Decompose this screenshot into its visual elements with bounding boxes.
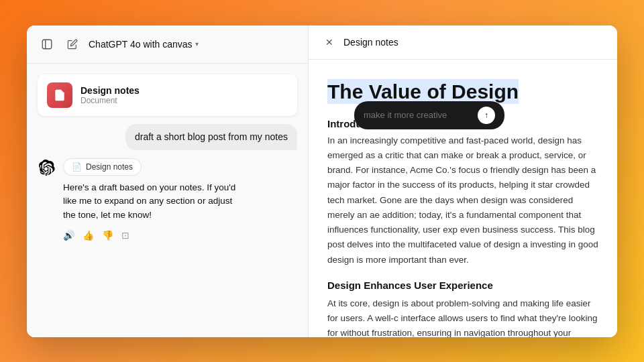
section1-heading: Design Enhances User Experience bbox=[327, 280, 598, 291]
doc-type: Document bbox=[80, 96, 140, 105]
ai-response-content: 📄 Design notes Here's a draft based on y… bbox=[63, 158, 244, 241]
doc-icon bbox=[47, 82, 72, 108]
section1-text: At its core, design is about problem-sol… bbox=[327, 296, 598, 337]
toolbar-input[interactable] bbox=[364, 110, 471, 120]
svg-rect-0 bbox=[42, 40, 52, 49]
blog-title-text: The Value of Design bbox=[327, 79, 519, 104]
doc-info: Design notes Document bbox=[80, 85, 140, 105]
chevron-down-icon: ▾ bbox=[195, 40, 199, 48]
model-label: ChatGPT 4o with canvas bbox=[89, 39, 193, 50]
chat-header: ChatGPT 4o with canvas ▾ bbox=[27, 25, 308, 64]
toolbar-send-button[interactable]: ↑ bbox=[478, 107, 495, 124]
chat-panel: ChatGPT 4o with canvas ▾ Design notes D bbox=[27, 25, 309, 337]
audio-icon[interactable]: 🔊 bbox=[63, 230, 74, 241]
ai-response-row: 📄 Design notes Here's a draft based on y… bbox=[38, 158, 297, 241]
ai-avatar bbox=[38, 158, 56, 177]
thumbs-down-icon[interactable]: 👎 bbox=[102, 230, 113, 241]
blog-title: The Value of Design bbox=[327, 78, 598, 105]
sidebar-toggle-button[interactable] bbox=[38, 35, 56, 54]
action-icons: 🔊 👍 👎 ⊡ bbox=[63, 230, 244, 241]
ref-doc-icon: 📄 bbox=[72, 162, 82, 172]
new-chat-button[interactable] bbox=[63, 35, 82, 54]
chat-content: Design notes Document draft a short blog… bbox=[27, 64, 308, 337]
model-selector[interactable]: ChatGPT 4o with canvas ▾ bbox=[89, 39, 199, 50]
canvas-content: ↑ The Value of Design Introduc In an inc… bbox=[309, 60, 617, 337]
canvas-panel: ✕ Design notes ↑ The Value of Design Int… bbox=[309, 25, 617, 337]
design-notes-ref-label: Design notes bbox=[86, 162, 133, 172]
doc-title: Design notes bbox=[80, 85, 140, 96]
thumbs-up-icon[interactable]: 👍 bbox=[83, 230, 94, 241]
close-canvas-button[interactable]: ✕ bbox=[322, 35, 337, 50]
canvas-title: Design notes bbox=[343, 37, 398, 48]
ai-response-text: Here's a draft based on your notes. If y… bbox=[63, 181, 244, 222]
canvas-header: ✕ Design notes bbox=[309, 25, 617, 60]
design-notes-ref[interactable]: 📄 Design notes bbox=[63, 158, 142, 176]
user-message: draft a short blog post from my notes bbox=[125, 124, 297, 151]
intro-text: In an increasingly competitive and fast-… bbox=[327, 133, 598, 267]
main-window: ChatGPT 4o with canvas ▾ Design notes D bbox=[27, 25, 617, 337]
document-card[interactable]: Design notes Document bbox=[38, 74, 297, 116]
toolbar-popup: ↑ bbox=[354, 101, 504, 129]
more-options-icon[interactable]: ⊡ bbox=[121, 230, 129, 241]
